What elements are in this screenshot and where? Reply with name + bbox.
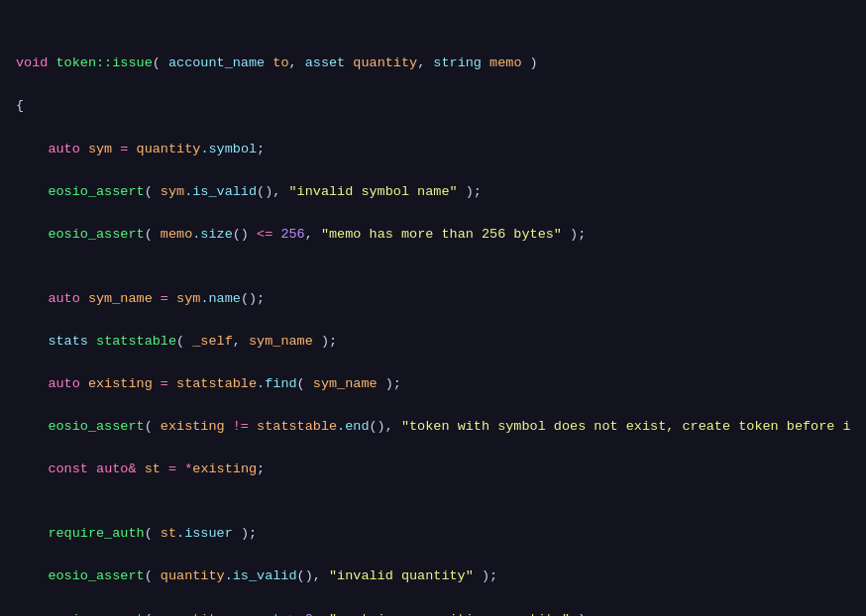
code-line-4: eosio_assert( sym.is_valid(), "invalid s… (16, 181, 850, 203)
code-line-10: eosio_assert( existing != statstable.end… (16, 416, 850, 438)
code-line-11: const auto& st = *existing; (16, 459, 850, 480)
code-line-8: stats statstable( _self, sym_name ); (16, 331, 850, 353)
code-line-5: eosio_assert( memo.size() <= 256, "memo … (16, 224, 850, 246)
code-line-13: require_auth( st.issuer ); (16, 523, 850, 545)
code-line-14: eosio_assert( quantity.is_valid(), "inva… (16, 565, 850, 587)
code-line-15: eosio_assert( quantity.amount > 0, "must… (16, 609, 850, 616)
code-line-9: auto existing = statstable.find( sym_nam… (16, 373, 850, 395)
code-line-1: void token::issue( account_name to, asse… (16, 52, 850, 74)
code-editor: void token::issue( account_name to, asse… (0, 0, 866, 616)
code-line-7: auto sym_name = sym.name(); (16, 288, 850, 310)
code-line-2: { (16, 95, 850, 117)
code-line-3: auto sym = quantity.symbol; (16, 139, 850, 160)
